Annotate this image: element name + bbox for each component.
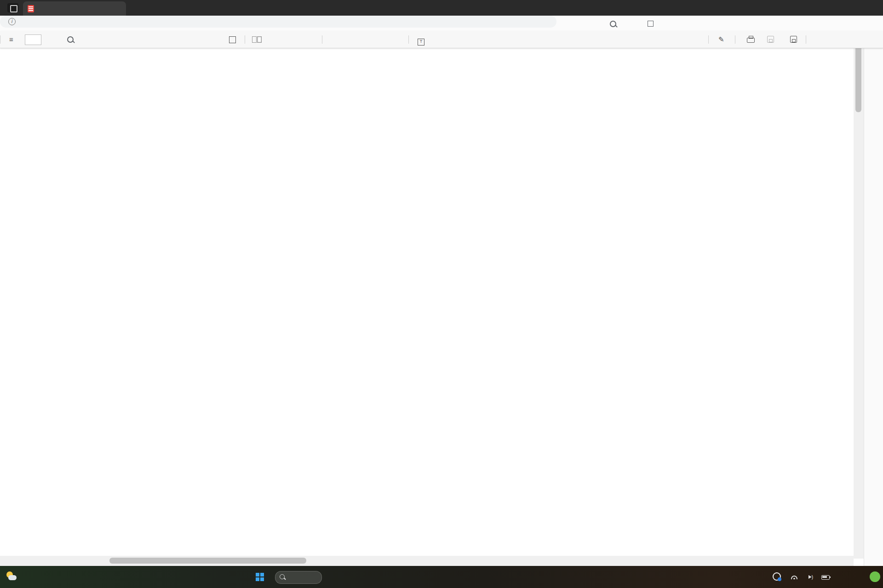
vertical-scroll-thumb[interactable] (855, 43, 861, 112)
start-button[interactable] (256, 573, 264, 581)
workspaces-icon[interactable] (7, 3, 18, 12)
print-icon[interactable] (747, 35, 755, 43)
collections-icon[interactable] (648, 21, 654, 28)
search-document-icon[interactable] (67, 36, 74, 44)
url-field[interactable]: i (0, 16, 556, 28)
battery-icon[interactable] (821, 575, 830, 581)
pdf-toolbar: ≡ T ✎ (0, 31, 883, 48)
teams-tray-icon[interactable] (773, 572, 781, 582)
weather-icon[interactable] (6, 571, 17, 582)
save-icon (767, 36, 774, 44)
taskbar-search-box[interactable] (275, 571, 322, 584)
volume-icon[interactable]: ) (808, 574, 813, 580)
info-icon[interactable]: i (8, 18, 16, 25)
pdf-page-floorplan (0, 48, 854, 556)
horizontal-scroll-thumb[interactable] (109, 558, 306, 564)
taskbar: ) (0, 566, 883, 588)
horizontal-scrollbar[interactable] (0, 556, 854, 566)
zoom-page-icon[interactable] (610, 21, 616, 29)
notification-badge[interactable] (870, 571, 880, 582)
page-number-input[interactable] (25, 34, 41, 45)
save-as-icon[interactable] (790, 36, 797, 44)
contents-icon[interactable]: ≡ (9, 35, 13, 43)
address-bar: i (0, 16, 883, 32)
browser-tab[interactable] (23, 1, 126, 16)
taskbar-search-icon (280, 574, 285, 579)
highlight-pen-icon[interactable]: ✎ (718, 35, 724, 44)
vertical-scrollbar[interactable] (854, 31, 864, 559)
edge-sidebar (864, 16, 883, 566)
pdf-file-icon (28, 5, 34, 12)
page-view-icon[interactable] (252, 36, 257, 44)
browser-tab-strip (0, 0, 883, 16)
add-text-icon[interactable]: T (418, 36, 424, 46)
fit-page-icon[interactable] (229, 36, 236, 45)
wifi-icon[interactable] (791, 574, 797, 581)
